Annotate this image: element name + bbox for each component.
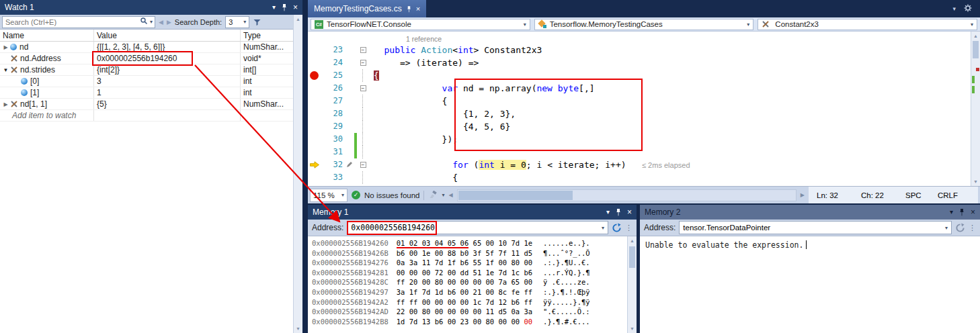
watch-value[interactable]: {5} (97, 99, 107, 109)
code-text[interactable]: { (368, 69, 971, 82)
watch-search-input[interactable] (3, 18, 138, 26)
search-prev-icon[interactable]: ◀ (159, 19, 163, 26)
scroll-up-icon[interactable]: ▲ (628, 238, 637, 243)
code-text[interactable]: for (int i = 0; i < iterate; i++) ≤ 2ms … (368, 158, 971, 171)
memory2-title-bar[interactable]: Memory 2 ▾ × (640, 205, 980, 220)
breakpoint-gutter[interactable] (308, 56, 321, 69)
memory-bytes[interactable]: 01 02 03 04 05 06 65 00 10 7d 1e (397, 238, 532, 248)
search-options-chevron-icon[interactable]: ▾ (150, 19, 153, 25)
breakpoint-gutter[interactable] (308, 82, 321, 95)
gear-icon[interactable] (964, 4, 972, 14)
breakpoint-gutter[interactable] (308, 133, 321, 146)
editor-scrollbar[interactable]: ▲ ▼ (971, 32, 980, 186)
expander-icon[interactable]: ▶ (1, 44, 10, 50)
pin-icon[interactable] (616, 208, 621, 216)
fold-collapse-icon[interactable]: − (360, 47, 366, 53)
code-text[interactable]: 1 reference (368, 34, 971, 44)
search-depth-select[interactable]: 3 ▾ (225, 16, 249, 28)
close-icon[interactable]: × (627, 208, 632, 216)
eol-indicator[interactable]: CRLF (938, 191, 970, 199)
memory-row[interactable]: 0x000002556B19426Bb6 00 1e 00 88 b0 3f 5… (312, 248, 626, 258)
watch-value[interactable]: {[[1, 2, 3], [4, 5, 6]]} (97, 42, 165, 52)
code-text[interactable]: { (368, 95, 971, 107)
scroll-down-icon[interactable]: ▼ (628, 326, 637, 331)
memory-row[interactable]: 0x000002556B1942760a 3a 11 7d 1f b6 55 1… (312, 258, 626, 268)
code-text[interactable]: => (iterate) => (368, 56, 971, 69)
memory-bytes[interactable]: b6 00 1e 00 88 b0 3f 5f 7f 11 d5 (397, 248, 532, 258)
pin-icon[interactable] (407, 5, 411, 13)
watch-value[interactable]: {int[2]} (97, 65, 120, 75)
watch-row[interactable]: ▼nd.strides{int[2]}int[] (0, 64, 302, 76)
search-icon[interactable] (140, 17, 148, 27)
filter-icon[interactable] (253, 18, 261, 26)
memory1-address-combo[interactable]: ▾ (347, 221, 608, 234)
memory1-address-input[interactable] (351, 223, 599, 232)
scroll-up-icon[interactable]: ▲ (971, 34, 980, 38)
breakpoint-gutter[interactable] (308, 171, 321, 184)
breakpoint-gutter[interactable] (308, 146, 321, 158)
breakpoint-gutter[interactable] (308, 44, 321, 56)
project-select[interactable]: C# TensorFlowNET.Console ▾ (311, 19, 530, 30)
memory-bytes[interactable]: 1d 7d 13 b6 00 23 00 80 00 00 00 (397, 317, 532, 327)
memory-bytes[interactable]: 0a 3a 11 7d 1f b6 55 1f 00 80 00 (397, 258, 532, 268)
horizontal-scrollbar[interactable] (457, 189, 797, 201)
watch-search[interactable]: ▾ (2, 16, 155, 28)
watch-row[interactable]: [1]1int (0, 87, 302, 99)
watch-row[interactable]: nd.Address0x000002556b194260void* (0, 53, 302, 64)
breakpoint-gutter[interactable] (308, 120, 321, 133)
close-icon[interactable]: × (293, 3, 298, 11)
memory1-scrollbar[interactable]: ▲ ▼ (627, 236, 637, 333)
expander-icon[interactable]: ▶ (1, 101, 10, 107)
breakpoint-gutter[interactable] (308, 69, 321, 82)
code-cleanup-chevron-icon[interactable]: ▾ (442, 192, 444, 198)
close-icon[interactable]: × (971, 208, 975, 216)
breakpoint-gutter[interactable] (308, 34, 321, 44)
add-item-label[interactable]: Add item to watch (3, 111, 76, 120)
column-value[interactable]: Value (94, 30, 241, 41)
fold-collapse-icon[interactable]: − (360, 85, 366, 91)
refresh-icon[interactable] (612, 223, 622, 233)
chevron-down-icon[interactable]: ▾ (945, 225, 948, 231)
memory-bytes[interactable]: 22 00 80 00 00 00 00 11 d5 0a 3a (397, 307, 532, 317)
scroll-right-icon[interactable]: ▶ (801, 192, 805, 198)
code-cleanup-icon[interactable] (428, 191, 438, 200)
type-select[interactable]: Tensorflow.MemoryTestingCases ▾ (534, 19, 754, 30)
fold-collapse-icon[interactable]: − (360, 162, 366, 168)
scroll-down-icon[interactable]: ▼ (294, 326, 302, 331)
memory1-title-bar[interactable]: Memory 1 ▾ × (308, 205, 637, 220)
scroll-down-icon[interactable]: ▼ (971, 179, 980, 184)
expander-icon[interactable]: ▼ (1, 67, 10, 73)
line-indicator[interactable]: Ln: 32 (817, 191, 861, 199)
watch-scrollbar[interactable]: ▲ ▼ (293, 15, 302, 333)
code-text[interactable]: { (368, 171, 971, 184)
tab-memorytestingcases[interactable]: MemoryTestingCases.cs × (308, 0, 426, 17)
memory-bytes[interactable]: ff ff 00 00 00 00 1c 7d 12 b6 ff (397, 297, 532, 307)
memory2-content[interactable]: Unable to evaluate the expression. (640, 236, 980, 333)
watch-row[interactable]: ▶nd{[[1, 2, 3], [4, 5, 6]]}NumShar... (0, 42, 302, 53)
watch-add-row[interactable]: Add item to watch (0, 110, 302, 122)
memory-row[interactable]: 0x000002556B19428Cff 20 00 80 00 00 00 0… (312, 277, 626, 287)
window-menu-icon[interactable]: ▾ (950, 209, 953, 216)
breakpoint-gutter[interactable] (308, 107, 321, 120)
memory-bytes[interactable]: 3a 1f 7d 1d b6 00 21 00 8c fe ff (397, 287, 532, 297)
memory-row[interactable]: 0x000002556B19428100 00 00 72 00 dd 51 1… (312, 268, 626, 278)
watch-row[interactable]: ▶nd[1, 1]{5}NumShar... (0, 99, 302, 110)
code-text[interactable]: {1, 2, 3}, (368, 107, 971, 120)
spaces-indicator[interactable]: SPC (905, 191, 938, 199)
document-list-chevron-icon[interactable]: ▾ (952, 5, 956, 12)
issues-status[interactable]: No issues found (364, 191, 419, 199)
watch-value[interactable]: 3 (97, 77, 101, 86)
column-name[interactable]: Name (0, 30, 94, 41)
chevron-down-icon[interactable]: ▾ (602, 225, 604, 231)
scroll-up-icon[interactable]: ▲ (294, 17, 302, 21)
fold-collapse-icon[interactable]: − (360, 60, 366, 66)
window-menu-icon[interactable]: ▾ (606, 209, 610, 216)
memory-rows[interactable]: 0x000002556B19426001 02 03 04 05 06 65 0… (312, 236, 626, 333)
code-text[interactable]: }); (368, 133, 971, 146)
toolbar-overflow-icon[interactable]: ⋮ (625, 224, 632, 232)
memory-row[interactable]: 0x000002556B1942A2ff ff 00 00 00 00 1c 7… (312, 297, 626, 307)
memory-bytes[interactable]: 00 00 00 72 00 dd 51 1e 7d 1c b6 (397, 268, 532, 278)
zoom-select[interactable]: 115 % ▾ (310, 189, 348, 202)
memory-row[interactable]: 0x000002556B1942AD22 00 80 00 00 00 00 1… (312, 307, 626, 317)
breakpoint-gutter[interactable] (308, 95, 321, 107)
